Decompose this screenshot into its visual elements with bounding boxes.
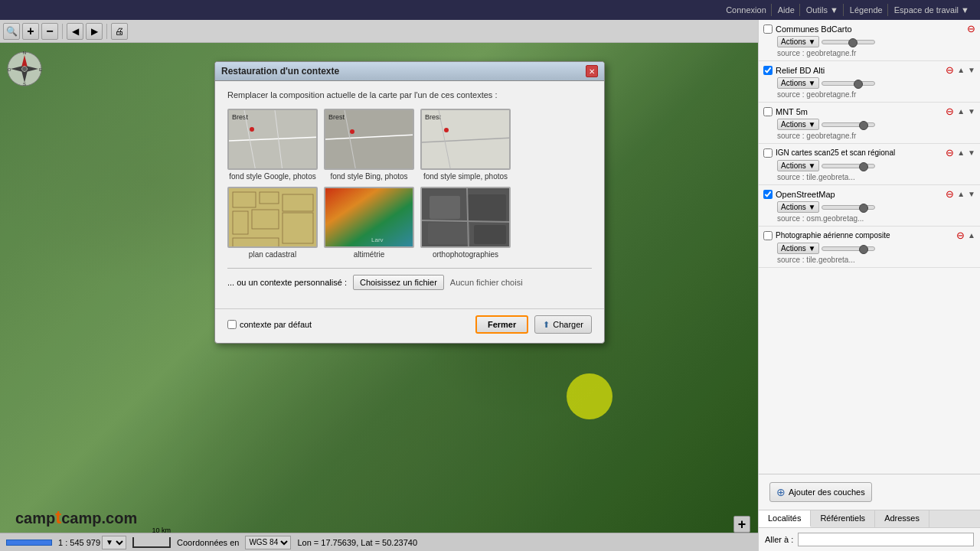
layer-photo-checkbox[interactable]: [763, 231, 773, 240]
layer-mnt-up[interactable]: ▲: [957, 107, 965, 116]
layer-osm-remove[interactable]: ⊖: [946, 188, 954, 200]
layer-photo-name: Photographie aérienne composite: [776, 231, 953, 240]
layer-mnt-opacity[interactable]: [822, 122, 875, 127]
nav-aide[interactable]: Aide: [773, 4, 800, 16]
add-layers-btn[interactable]: ⊕ Ajouter des couches: [769, 482, 872, 502]
layer-mnt-remove[interactable]: ⊖: [946, 106, 954, 117]
layer-ign-actions[interactable]: Actions ▼: [777, 160, 819, 171]
context-google-label: fond style Google, photos: [227, 172, 318, 181]
layer-mnt-source: source : geobretagne.fr: [763, 130, 975, 140]
goto-label: Aller à :: [765, 535, 793, 544]
layer-osm-checkbox[interactable]: [763, 190, 773, 199]
layer-communes-source: source : geobretagne.fr: [763, 47, 975, 57]
context-ortho[interactable]: orthophotographies: [420, 187, 511, 259]
separator: [227, 268, 592, 269]
context-simple[interactable]: Brest fond style simple, photos: [420, 109, 511, 181]
layer-communes-name: Communes BdCarto: [776, 24, 964, 34]
layer-relief-remove[interactable]: ⊖: [946, 64, 954, 76]
layer-mnt-checkbox[interactable]: [763, 107, 773, 116]
context-bing-label: fond style Bing, photos: [324, 172, 414, 181]
charger-btn[interactable]: ⬆ Charger: [534, 315, 592, 334]
modal-titlebar: Restauration d'un contexte ✕: [215, 62, 604, 81]
choose-file-btn[interactable]: Choisissez un fichier: [353, 275, 444, 290]
layer-photo-remove[interactable]: ⊖: [956, 230, 965, 241]
add-layers-section: ⊕ Ajouter des couches: [759, 474, 980, 510]
tab-bar: Localités Référentiels Adresses: [759, 510, 980, 528]
modal-close-btn[interactable]: ✕: [586, 65, 598, 77]
layer-relief-source: source : geobretagne.fr: [763, 89, 975, 99]
modal-footer: contexte par défaut Fermer ⬆ Charger: [215, 308, 604, 343]
context-simple-thumb: Brest: [420, 109, 511, 170]
layer-osm-opacity[interactable]: [822, 205, 875, 210]
layer-communes-remove[interactable]: ⊖: [967, 23, 975, 34]
layer-relief-name: Relief BD Alti: [776, 66, 942, 75]
layer-ign-opacity[interactable]: [822, 164, 875, 168]
context-bing[interactable]: Brest fond style Bing, photos: [324, 109, 414, 181]
layer-ign-checkbox[interactable]: [763, 148, 773, 158]
layer-photo: Photographie aérienne composite ⊖ ▲ Acti…: [759, 227, 980, 268]
layer-osm-source: source : osm.geobretag...: [763, 213, 975, 223]
layer-osm: OpenStreetMap ⊖ ▲ ▼ Actions ▼ source : o…: [759, 185, 980, 227]
restore-context-dialog: Restauration d'un contexte ✕ Remplacer l…: [214, 61, 605, 344]
nav-espace-travail[interactable]: Espace de travail ▼: [890, 4, 974, 16]
context-cadastral[interactable]: plan cadastral: [227, 187, 318, 259]
default-context-checkbox[interactable]: [227, 320, 237, 329]
fermer-btn[interactable]: Fermer: [475, 315, 528, 334]
layer-osm-up[interactable]: ▲: [957, 190, 965, 198]
charger-label: Charger: [553, 320, 583, 329]
svg-rect-26: [229, 188, 318, 248]
modal-title: Restauration d'un contexte: [221, 66, 339, 77]
nav-connexion[interactable]: Connexion: [721, 4, 772, 16]
layer-relief-actions[interactable]: Actions ▼: [777, 77, 819, 89]
layer-relief-down[interactable]: ▼: [968, 66, 975, 74]
layer-communes-checkbox[interactable]: [763, 24, 773, 34]
layer-osm-actions[interactable]: Actions ▼: [777, 201, 819, 213]
goto-row: Aller à :: [759, 528, 980, 551]
modal-buttons: Fermer ⬆ Charger: [475, 315, 592, 334]
svg-point-12: [250, 127, 254, 132]
context-altimetrie[interactable]: Larv altimétrie: [324, 187, 414, 259]
layer-communes: Communes BdCarto ⊖ Actions ▼ source : ge…: [759, 20, 980, 61]
tab-adresses[interactable]: Adresses: [875, 510, 929, 527]
layer-osm-name: OpenStreetMap: [776, 190, 942, 199]
svg-rect-40: [474, 225, 506, 244]
default-context-check: contexte par défaut: [227, 320, 312, 329]
nav-legende[interactable]: Légende: [845, 4, 888, 16]
modal-body: Remplacer la composition actuelle de la …: [215, 81, 604, 308]
layer-communes-actions[interactable]: Actions ▼: [777, 36, 819, 47]
custom-context-row: ... ou un contexte personnalisé : Choisi…: [227, 275, 592, 290]
modal-subtitle: Remplacer la composition actuelle de la …: [227, 90, 592, 99]
layer-ign-remove[interactable]: ⊖: [946, 147, 954, 158]
layer-osm-down[interactable]: ▼: [968, 190, 975, 198]
layer-mnt-down[interactable]: ▼: [968, 107, 975, 116]
no-file-text: Aucun fichier choisi: [450, 278, 523, 287]
add-layers-label: Ajouter des couches: [789, 487, 865, 497]
svg-point-23: [444, 128, 449, 132]
layer-communes-opacity[interactable]: [822, 40, 875, 44]
context-cadastral-label: plan cadastral: [227, 250, 318, 259]
layer-ign-up[interactable]: ▲: [957, 148, 965, 157]
add-layers-icon: ⊕: [776, 486, 786, 498]
charger-icon: ⬆: [543, 320, 550, 330]
default-context-label: contexte par défaut: [240, 320, 312, 329]
layer-photo-up[interactable]: ▲: [968, 231, 975, 240]
nav-outils[interactable]: Outils ▼: [802, 4, 844, 16]
context-bing-thumb: Brest: [324, 109, 414, 170]
layer-relief-checkbox[interactable]: [763, 66, 773, 75]
context-google[interactable]: Brest fond style Google, photos: [227, 109, 318, 181]
layer-ign-name: IGN cartes scan25 et scan régional: [776, 148, 942, 157]
layer-relief-opacity[interactable]: [822, 81, 875, 86]
svg-rect-38: [468, 194, 506, 221]
layer-photo-actions[interactable]: Actions ▼: [777, 243, 819, 254]
layer-photo-source: source : tile.geobreta...: [763, 254, 975, 264]
layer-mnt-actions[interactable]: Actions ▼: [777, 119, 819, 130]
layer-ign-down[interactable]: ▼: [968, 148, 975, 157]
context-cadastral-thumb: [227, 187, 318, 248]
tab-referentiels[interactable]: Référentiels: [811, 510, 875, 527]
layer-relief-up[interactable]: ▲: [957, 66, 965, 74]
context-altimetrie-thumb: Larv: [324, 187, 414, 248]
layer-photo-opacity[interactable]: [822, 246, 875, 251]
tab-localites[interactable]: Localités: [759, 510, 811, 527]
right-panel: Couches disponibles Communes BdCarto ⊖ A…: [758, 0, 980, 551]
goto-input[interactable]: [798, 533, 974, 546]
